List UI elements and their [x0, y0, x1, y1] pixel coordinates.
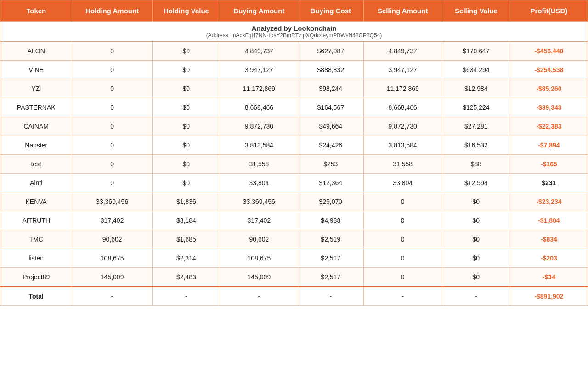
cell-token: ALON — [0, 42, 72, 61]
cell-profit: -$7,894 — [510, 136, 588, 155]
cell-buying-cost: $24,426 — [298, 136, 363, 155]
cell-holding-value: $0 — [152, 117, 220, 136]
cell-holding-amount: 0 — [72, 79, 152, 98]
cell-selling-value: $16,532 — [442, 136, 510, 155]
cell-buying-amount: 9,872,730 — [220, 117, 298, 136]
cell-token: listen — [0, 249, 72, 268]
cell-buying-amount: 8,668,466 — [220, 98, 298, 117]
total-holding-value: - — [152, 287, 220, 306]
cell-token: AITRUTH — [0, 211, 72, 230]
cell-profit: -$39,343 — [510, 98, 588, 117]
cell-selling-value: $12,594 — [442, 174, 510, 192]
cell-token: PASTERNAK — [0, 98, 72, 117]
cell-holding-amount: 0 — [72, 117, 152, 136]
cell-selling-value: $170,647 — [442, 42, 510, 61]
cell-profit: $231 — [510, 174, 588, 192]
cell-selling-amount: 3,947,127 — [363, 61, 442, 79]
cell-token: YZi — [0, 79, 72, 98]
table-row: Napster 0 $0 3,813,584 $24,426 3,813,584… — [0, 136, 588, 155]
total-holding-amount: - — [72, 287, 152, 306]
cell-profit: -$456,440 — [510, 42, 588, 61]
cell-buying-cost: $164,567 — [298, 98, 363, 117]
cell-buying-amount: 108,675 — [220, 249, 298, 268]
cell-buying-amount: 3,813,584 — [220, 136, 298, 155]
cell-buying-cost: $49,664 — [298, 117, 363, 136]
table-row: YZi 0 $0 11,172,869 $98,244 11,172,869 $… — [0, 79, 588, 98]
cell-selling-value: $27,281 — [442, 117, 510, 136]
total-row: Total - - - - - - -$891,902 — [0, 287, 588, 306]
total-profit: -$891,902 — [510, 287, 588, 306]
cell-profit: -$203 — [510, 249, 588, 268]
cell-selling-amount: 4,849,737 — [363, 42, 442, 61]
cell-buying-cost: $2,517 — [298, 249, 363, 268]
cell-holding-amount: 0 — [72, 155, 152, 174]
cell-token: test — [0, 155, 72, 174]
cell-buying-amount: 33,804 — [220, 174, 298, 192]
cell-profit: -$165 — [510, 155, 588, 174]
cell-token: KENVA — [0, 192, 72, 211]
cell-holding-amount: 145,009 — [72, 268, 152, 287]
cell-holding-amount: 0 — [72, 136, 152, 155]
table-row: VINE 0 $0 3,947,127 $888,832 3,947,127 $… — [0, 61, 588, 79]
cell-buying-amount: 4,849,737 — [220, 42, 298, 61]
cell-selling-value: $125,224 — [442, 98, 510, 117]
table-row: KENVA 33,369,456 $1,836 33,369,456 $25,0… — [0, 192, 588, 211]
cell-holding-value: $0 — [152, 79, 220, 98]
cell-token: Ainti — [0, 174, 72, 192]
total-buying-cost: - — [298, 287, 363, 306]
analyzed-info-cell: Analyzed by Lookonchain (Address: mAckFq… — [0, 22, 588, 42]
cell-profit: -$34 — [510, 268, 588, 287]
table-row: AITRUTH 317,402 $3,184 317,402 $4,988 0 … — [0, 211, 588, 230]
cell-holding-value: $0 — [152, 136, 220, 155]
analyzed-info-row: Analyzed by Lookonchain (Address: mAckFq… — [0, 22, 588, 42]
cell-buying-amount: 317,402 — [220, 211, 298, 230]
cell-holding-amount: 108,675 — [72, 249, 152, 268]
cell-buying-cost: $627,087 — [298, 42, 363, 61]
table-row: PASTERNAK 0 $0 8,668,466 $164,567 8,668,… — [0, 98, 588, 117]
col-header-profit: Profit(USD) — [510, 0, 588, 22]
cell-selling-amount: 9,872,730 — [363, 117, 442, 136]
cell-buying-amount: 31,558 — [220, 155, 298, 174]
cell-buying-cost: $4,988 — [298, 211, 363, 230]
table-row: CAINAM 0 $0 9,872,730 $49,664 9,872,730 … — [0, 117, 588, 136]
table-row: Project89 145,009 $2,483 145,009 $2,517 … — [0, 268, 588, 287]
analyzed-title: Analyzed by Lookonchain — [4, 24, 584, 32]
cell-selling-amount: 0 — [363, 268, 442, 287]
cell-selling-amount: 33,804 — [363, 174, 442, 192]
cell-token: CAINAM — [0, 117, 72, 136]
cell-selling-amount: 3,813,584 — [363, 136, 442, 155]
cell-buying-cost: $253 — [298, 155, 363, 174]
col-header-selling-value: Selling Value — [442, 0, 510, 22]
cell-buying-amount: 90,602 — [220, 230, 298, 249]
cell-holding-value: $0 — [152, 42, 220, 61]
cell-buying-cost: $25,070 — [298, 192, 363, 211]
table-row: Ainti 0 $0 33,804 $12,364 33,804 $12,594… — [0, 174, 588, 192]
header-row: Token Holding Amount Holding Value Buyin… — [0, 0, 588, 22]
cell-selling-amount: 0 — [363, 230, 442, 249]
cell-holding-value: $1,685 — [152, 230, 220, 249]
table-row: ALON 0 $0 4,849,737 $627,087 4,849,737 $… — [0, 42, 588, 61]
cell-buying-amount: 33,369,456 — [220, 192, 298, 211]
cell-token: Project89 — [0, 268, 72, 287]
cell-profit: -$22,383 — [510, 117, 588, 136]
cell-holding-amount: 33,369,456 — [72, 192, 152, 211]
col-header-selling-amount: Selling Amount — [363, 0, 442, 22]
cell-holding-amount: 317,402 — [72, 211, 152, 230]
cell-holding-value: $0 — [152, 98, 220, 117]
cell-buying-cost: $2,519 — [298, 230, 363, 249]
cell-selling-amount: 8,668,466 — [363, 98, 442, 117]
cell-selling-value: $0 — [442, 192, 510, 211]
cell-holding-amount: 0 — [72, 61, 152, 79]
col-header-holding-amount: Holding Amount — [72, 0, 152, 22]
cell-buying-cost: $888,832 — [298, 61, 363, 79]
cell-holding-value: $2,483 — [152, 268, 220, 287]
total-selling-amount: - — [363, 287, 442, 306]
cell-selling-value: $12,984 — [442, 79, 510, 98]
cell-profit: -$1,804 — [510, 211, 588, 230]
table-row: listen 108,675 $2,314 108,675 $2,517 0 $… — [0, 249, 588, 268]
table-row: test 0 $0 31,558 $253 31,558 $88 -$165 — [0, 155, 588, 174]
cell-selling-value: $634,294 — [442, 61, 510, 79]
cell-profit: -$85,260 — [510, 79, 588, 98]
cell-selling-value: $0 — [442, 230, 510, 249]
cell-holding-amount: 0 — [72, 42, 152, 61]
